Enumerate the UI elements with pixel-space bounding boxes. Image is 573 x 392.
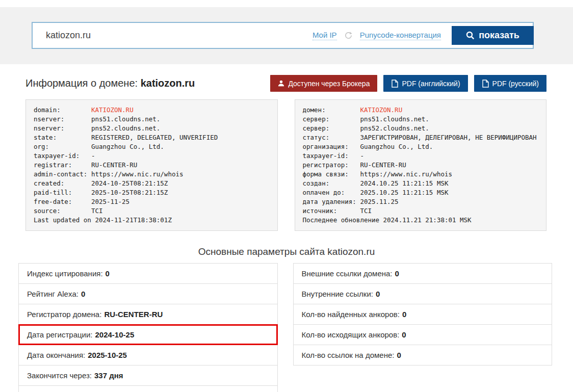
- whois-key: free-date:: [34, 197, 91, 206]
- param-row: Регистратор домена:RU-CENTER-RU: [18, 304, 278, 325]
- whois-value: https://www.nic.ru/whois: [91, 170, 184, 178]
- whois-row: дата удаления:2025.11.25: [303, 197, 539, 206]
- param-row: Внутренние ссылки:0: [293, 283, 553, 304]
- whois-row: домен:KATIOZON.RU: [303, 106, 539, 115]
- whois-value: pns52.cloudns.net.: [91, 124, 160, 132]
- param-label: Закончится через:: [27, 371, 92, 380]
- param-label: Внешние ссылки домена:: [302, 269, 393, 278]
- whois-key: created:: [34, 179, 91, 188]
- whois-row: paid-till:2025-10-25T08:21:15Z: [34, 188, 270, 197]
- whois-key: оплачен до:: [303, 188, 360, 197]
- param-row: Рейтинг Alexa:0: [18, 283, 278, 304]
- param-value: 0: [106, 269, 110, 278]
- whois-key: taxpayer-id:: [303, 151, 360, 161]
- whois-row: free-date:2025-11-25: [34, 197, 270, 206]
- whois-value: KATIOZON.RU: [360, 106, 402, 114]
- pdf-english-button[interactable]: PDF (английский): [383, 75, 467, 92]
- site-params-title: Основные параметры сайта katiozon.ru: [0, 246, 573, 257]
- show-button[interactable]: показать: [452, 26, 534, 45]
- param-value: 0: [402, 310, 406, 319]
- whois-row: registrar:RU-CENTER-RU: [34, 161, 270, 170]
- pdf-russian-label: PDF (русский): [492, 80, 539, 88]
- pdf-russian-button[interactable]: PDF (русский): [474, 75, 546, 92]
- refresh-icon[interactable]: [344, 31, 353, 40]
- whois-key: регистратор:: [303, 161, 360, 170]
- whois-value: KATIOZON.RU: [91, 106, 134, 114]
- whois-value: Guangzhou Co., Ltd.: [91, 143, 164, 150]
- param-label: Кол-во найденных анкоров:: [302, 310, 400, 319]
- param-value: 2025-10-25: [88, 351, 127, 359]
- param-value: 0: [376, 290, 380, 298]
- whois-key: paid-till:: [34, 188, 91, 197]
- whois-value: 2024.10.25 11:21:15 MSK: [360, 179, 448, 187]
- whois-key: сервер:: [303, 115, 360, 124]
- punycode-link[interactable]: Punycode-конвертация: [360, 31, 441, 40]
- search-bar: Мой IP Punycode-конвертация показать: [0, 7, 573, 64]
- whois-row: nserver:pns52.cloudns.net.: [34, 124, 270, 133]
- param-value: 0: [81, 290, 85, 298]
- param-label: Кол-во ссылок на домене:: [302, 351, 395, 359]
- whois-value: RU-CENTER-RU: [91, 161, 137, 169]
- param-row: Закончится через:337 дня: [18, 365, 278, 386]
- param-value: 0: [395, 269, 399, 278]
- whois-key: источник:: [303, 206, 360, 216]
- whois-last-updated: Последнее обновление 2024.11.21 21:38:01…: [303, 216, 539, 225]
- site-params: Индекс цитирования:0Рейтинг Alexa:0Регис…: [18, 263, 552, 392]
- param-label: Рейтинг Alexa:: [27, 290, 79, 298]
- pdf-file-icon: [391, 80, 398, 88]
- whois-row: created:2024-10-25T08:21:15Z: [34, 179, 270, 188]
- whois-key: форма связи:: [303, 170, 360, 179]
- whois-row: организация:Guangzhou Co., Ltd.: [303, 142, 539, 151]
- whois-key: дата удаления:: [303, 197, 360, 206]
- whois-key: nserver:: [34, 115, 91, 124]
- whois-key: создан:: [303, 179, 360, 188]
- param-value: RU-CENTER-RU: [104, 310, 163, 319]
- param-label: Дата регистрации:: [27, 330, 93, 339]
- person-icon: [278, 80, 284, 87]
- whois-panels: domain:KATIOZON.RUnserver:pns51.cloudns.…: [25, 99, 546, 231]
- param-value: 0: [397, 351, 401, 359]
- whois-key: taxpayer-id:: [34, 151, 91, 161]
- whois-row: taxpayer-id:-: [34, 151, 270, 161]
- whois-value: -: [360, 152, 364, 160]
- whois-value: 2025.11.25: [360, 198, 398, 205]
- param-row: Кол-во ссылок на домене:0: [293, 345, 553, 365]
- param-label: Внутренние ссылки:: [302, 290, 373, 298]
- whois-key: статус:: [303, 133, 360, 142]
- my-ip-link[interactable]: Мой IP: [312, 31, 337, 40]
- whois-value: pns52.cloudns.net.: [360, 124, 429, 132]
- param-row: Внешние ссылки домена:0: [293, 263, 553, 284]
- whois-key: org:: [34, 142, 91, 151]
- whois-value: RU-CENTER-RU: [360, 161, 406, 169]
- broker-button[interactable]: Доступен через Брокера: [270, 75, 377, 92]
- whois-last-updated: Last updated on 2024-11-21T18:38:01Z: [34, 216, 270, 225]
- whois-value: pns51.cloudns.net.: [360, 115, 429, 123]
- site-params-right-column: Внешние ссылки домена:0Внутренние ссылки…: [293, 263, 553, 365]
- whois-row: source:TCI: [34, 206, 270, 216]
- whois-value: -: [91, 152, 95, 160]
- whois-value: 2025-10-25T08:21:15Z: [91, 189, 168, 196]
- whois-row: domain:KATIOZON.RU: [34, 106, 270, 115]
- page-title-domain: katiozon.ru: [141, 77, 195, 89]
- search-icon: [466, 31, 475, 40]
- whois-row: регистратор:RU-CENTER-RU: [303, 161, 539, 170]
- whois-value: TCI: [91, 207, 103, 215]
- whois-row: state:REGISTERED, DELEGATED, UNVERIFIED: [34, 133, 270, 142]
- param-row: Дата окончания:2025-10-25: [18, 345, 278, 365]
- param-label: Кол-во исходящих анкоров:: [302, 330, 400, 339]
- whois-value: https://www.nic.ru/whois: [360, 170, 452, 178]
- whois-key: nserver:: [34, 124, 91, 133]
- whois-value: 2025-11-25: [91, 198, 129, 205]
- whois-key: организация:: [303, 142, 360, 151]
- whois-row: источник:TCI: [303, 206, 539, 216]
- whois-key: admin-contact:: [34, 170, 91, 179]
- whois-value: Guangzhou Co., Ltd.: [360, 143, 433, 150]
- whois-row: статус:ЗАРЕГИСТРИРОВАН, ДЕЛЕГИРОВАН, НЕ …: [303, 133, 539, 142]
- param-row: Индекс цитирования:0: [18, 263, 278, 284]
- whois-row: nserver:pns51.cloudns.net.: [34, 115, 270, 124]
- whois-key: domain:: [34, 106, 91, 115]
- site-params-left-column: Индекс цитирования:0Рейтинг Alexa:0Регис…: [18, 263, 278, 392]
- param-row: [18, 385, 278, 392]
- whois-key: registrar:: [34, 161, 91, 170]
- broker-button-label: Доступен через Брокера: [288, 80, 370, 88]
